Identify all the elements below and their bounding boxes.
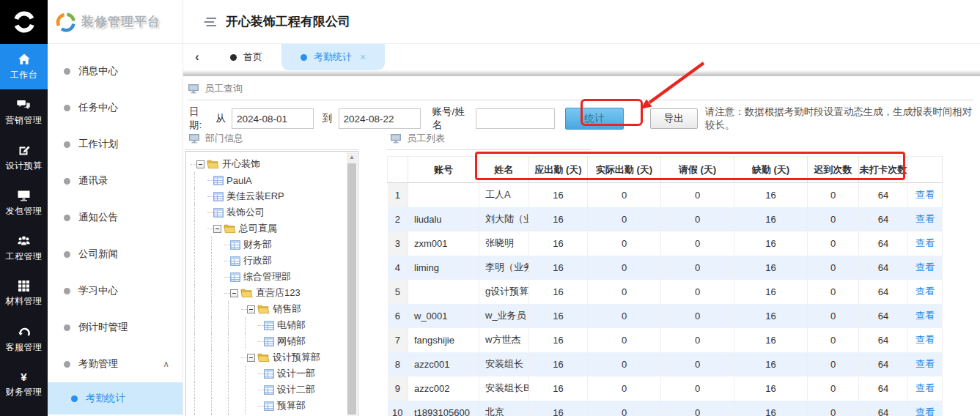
view-link[interactable]: 查看 — [915, 261, 935, 272]
tree-connector — [224, 277, 230, 278]
table-cell: 刘大陆（业务 — [479, 207, 529, 231]
collapse-toggle-icon[interactable] — [196, 160, 205, 168]
tree-guide-line — [245, 333, 258, 349]
department-tree-box: 开心装饰PaulA美佳云装ERP装饰公司总司直属财务部行政部综合管理部直营店12… — [185, 151, 358, 416]
tree-node-label: 销售部 — [273, 302, 301, 316]
tree-guide-line — [211, 237, 224, 253]
account-name-label: 账号/姓名 — [432, 105, 472, 132]
tree-guide-line — [245, 317, 258, 333]
tree-leaf-node[interactable]: 设计一部 — [191, 365, 358, 382]
submenu-item[interactable]: 考勤管理∧ — [48, 346, 183, 382]
view-link[interactable]: 查看 — [915, 189, 935, 200]
rail-item-contracting[interactable]: 发包管理 — [0, 180, 48, 226]
tree-leaf-node[interactable]: 行政部 — [191, 253, 358, 269]
tree-node-label: 设计预算部 — [273, 351, 320, 364]
tree-leaf-node[interactable]: 预算部 — [191, 398, 358, 414]
tree-guide-line — [228, 382, 241, 398]
collapse-toggle-icon[interactable] — [247, 354, 255, 362]
tree-connector — [224, 245, 230, 245]
department-icon — [230, 240, 240, 250]
view-link[interactable]: 查看 — [915, 286, 935, 297]
view-link[interactable]: 查看 — [915, 334, 935, 345]
tree-connector — [207, 229, 213, 229]
monitor-icon — [188, 133, 200, 144]
column-header: 请假 (天) — [661, 157, 734, 183]
tab-home[interactable]: 首页 — [211, 44, 281, 70]
tab-attendance-stats[interactable]: 考勤统计 × — [281, 44, 385, 70]
tree-folder-node[interactable]: 销售部 — [191, 301, 358, 317]
close-icon[interactable]: × — [360, 51, 366, 63]
tree-leaf-node[interactable]: 设计二部 — [191, 382, 358, 398]
rail-item-service[interactable]: 客服管理 — [0, 316, 48, 362]
tab-label: 首页 — [243, 51, 262, 64]
rail-item-finance[interactable]: ¥ 财务管理 — [0, 362, 48, 407]
tree-folder-node[interactable]: 总司直属 — [191, 220, 358, 237]
tree-leaf-node[interactable]: PaulA — [191, 172, 358, 188]
table-cell — [408, 280, 479, 304]
rail-item-workbench[interactable]: 工作台 — [0, 44, 48, 89]
table-cell: 8 — [388, 352, 408, 376]
table-cell: 16 — [734, 280, 808, 304]
rail-item-materials[interactable]: 材料管理 — [0, 271, 48, 316]
view-link[interactable]: 查看 — [915, 237, 935, 248]
tree-leaf-node[interactable]: 财务部 — [191, 237, 358, 253]
view-link[interactable]: 查看 — [915, 213, 935, 224]
submenu-item[interactable]: 消息中心 — [48, 53, 183, 89]
tree-leaf-node[interactable]: 美佳云装ERP — [191, 188, 358, 204]
scroll-up-button[interactable]: ▲ — [347, 152, 357, 163]
submenu-item-label: 学习中心 — [78, 284, 118, 297]
submenu-subitem[interactable]: 考勤统计 — [48, 382, 183, 415]
table-cell: azzc002 — [408, 376, 479, 401]
date-to-input[interactable] — [339, 108, 421, 129]
collapse-toggle-icon[interactable] — [230, 289, 238, 297]
table-cell: 查看 — [908, 352, 943, 376]
tree-folder-node[interactable]: 设计预算部 — [191, 349, 358, 365]
tab-scroll-left-button[interactable]: ‹ — [183, 44, 211, 70]
tree-leaf-node[interactable]: 电销部 — [191, 317, 358, 333]
view-link[interactable]: 查看 — [915, 310, 935, 321]
submenu-item[interactable]: 工作计划 — [48, 126, 183, 163]
table-cell: 64 — [859, 352, 908, 376]
submenu-item[interactable]: 通知公告 — [48, 199, 183, 236]
tree-leaf-node[interactable]: 网销部 — [191, 333, 358, 349]
table-cell: 10 — [388, 401, 408, 416]
department-tree: 开心装饰PaulA美佳云装ERP装饰公司总司直属财务部行政部综合管理部直营店12… — [186, 152, 358, 416]
tree-guide-line — [194, 382, 207, 398]
tree-guide-line — [211, 349, 224, 365]
submenu-item[interactable]: 公司新闻 — [48, 236, 183, 272]
submenu-item[interactable]: 通讯录 — [48, 163, 183, 199]
table-cell: 0 — [808, 207, 859, 231]
table-row: 9azzc002安装组长B160016064查看 — [388, 376, 943, 401]
submenu-item[interactable]: 任务中心 — [48, 89, 183, 126]
tree-folder-node[interactable]: 直营店123 — [191, 285, 358, 301]
column-header — [908, 157, 943, 183]
view-link[interactable]: 查看 — [915, 406, 935, 416]
submenu-item[interactable]: 学习中心 — [48, 272, 183, 309]
date-from-input[interactable] — [232, 108, 314, 129]
bullet-icon — [64, 324, 70, 331]
table-cell: 0 — [661, 376, 734, 401]
tree-leaf-node[interactable]: 综合管理部 — [191, 269, 358, 285]
view-link[interactable]: 查看 — [915, 382, 935, 393]
app-logo[interactable] — [0, 0, 48, 44]
collapse-toggle-icon[interactable] — [213, 225, 221, 233]
rail-item-engineering[interactable]: 工程管理 — [0, 226, 48, 271]
statistics-button[interactable]: 统计 — [565, 108, 624, 130]
scrollbar-thumb[interactable] — [347, 163, 356, 415]
account-name-input[interactable] — [476, 108, 555, 129]
submenu-item[interactable]: 倒计时管理 — [48, 309, 183, 346]
from-label: 从 — [216, 112, 226, 125]
tree-connector — [207, 212, 213, 213]
employee-table: 账号姓名应出勤 (天)实际出勤 (天)请假 (天)缺勤 (天)迟到次数未打卡次数… — [387, 156, 943, 416]
export-button[interactable]: 导出 — [650, 108, 698, 129]
collapse-toggle-icon[interactable] — [247, 305, 255, 313]
table-cell: 64 — [859, 231, 908, 256]
rail-item-marketing[interactable]: 营销管理 — [0, 89, 48, 135]
table-cell: 查看 — [908, 183, 943, 207]
rail-item-design-budget[interactable]: 设计预算 — [0, 135, 48, 180]
tree-leaf-node[interactable]: 装饰公司 — [191, 204, 358, 220]
view-link[interactable]: 查看 — [915, 358, 935, 369]
submenu-item-label: 公司新闻 — [78, 248, 118, 261]
list-icon[interactable] — [204, 17, 217, 27]
tree-folder-node[interactable]: 开心装饰 — [191, 156, 358, 172]
